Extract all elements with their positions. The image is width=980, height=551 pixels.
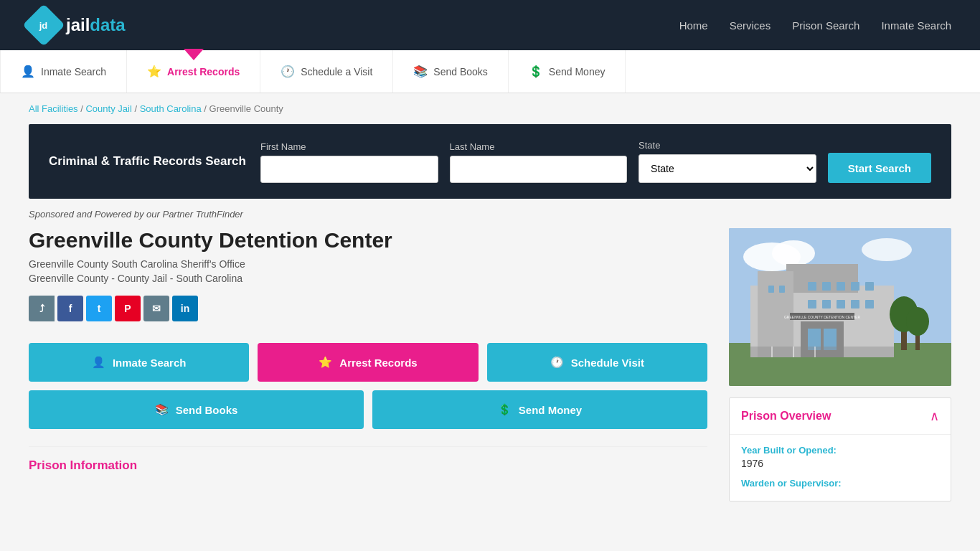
svg-rect-11: [822, 282, 831, 291]
logo[interactable]: jd jaildata: [29, 10, 126, 40]
state-label: State: [639, 140, 816, 151]
inmate-search-button[interactable]: 👤 Inmate Search: [29, 343, 249, 382]
send-books-label: Send Books: [176, 404, 238, 416]
schedule-btn-label: Schedule Visit: [571, 357, 644, 369]
breadcrumb-current: Greenville County: [209, 103, 283, 114]
svg-point-3: [862, 238, 912, 261]
subnav-books-label: Send Books: [433, 66, 488, 77]
last-name-input[interactable]: [450, 156, 628, 183]
subnav-arrest-label: Arrest Records: [167, 66, 240, 77]
money-icon: 💲: [529, 65, 543, 78]
prison-overview-header: Prison Overview ∧: [730, 398, 951, 435]
linkedin-button[interactable]: in: [172, 296, 198, 321]
arrest-records-icon: ⭐: [147, 65, 161, 78]
last-name-label: Last Name: [450, 141, 628, 152]
first-name-field: First Name: [260, 141, 438, 183]
logo-text: jaildata: [66, 15, 126, 35]
nav-inmate-search[interactable]: Inmate Search: [881, 19, 951, 32]
start-search-button[interactable]: Start Search: [828, 153, 931, 183]
facebook-button[interactable]: f: [57, 296, 83, 321]
collapse-icon[interactable]: ∧: [930, 408, 939, 424]
arrest-records-button[interactable]: ⭐ Arrest Records: [258, 343, 478, 382]
warden-label: Warden or Supervisor:: [741, 478, 939, 489]
top-nav-links: Home Services Prison Search Inmate Searc…: [679, 19, 951, 32]
schedule-icon: 🕐: [281, 65, 295, 78]
search-fields: First Name Last Name State State Alabama…: [260, 140, 931, 183]
facility-subtitle-2: Greenville County - County Jail - South …: [29, 273, 707, 284]
svg-rect-8: [768, 286, 774, 293]
inmate-search-btn-label: Inmate Search: [113, 357, 187, 369]
first-name-label: First Name: [260, 141, 438, 152]
inmate-search-icon: 👤: [21, 65, 35, 78]
svg-rect-12: [837, 282, 845, 291]
breadcrumb-all-facilities[interactable]: All Facilities: [29, 103, 78, 114]
main-content: Greenville County Detention Center Green…: [0, 228, 980, 530]
nav-prison-search[interactable]: Prison Search: [792, 19, 859, 32]
svg-point-2: [772, 240, 815, 266]
search-banner-title: Criminal & Traffic Records Search: [49, 153, 246, 170]
share-button[interactable]: ⤴: [29, 296, 55, 321]
prison-overview-title: Prison Overview: [741, 410, 831, 423]
books-icon: 📚: [413, 65, 428, 78]
svg-rect-18: [851, 300, 859, 309]
svg-rect-7: [758, 271, 793, 357]
subnav-schedule-label: Schedule a Visit: [301, 66, 372, 77]
svg-rect-10: [808, 282, 816, 291]
subnav-send-books[interactable]: 📚 Send Books: [393, 50, 509, 93]
twitter-button[interactable]: t: [86, 296, 112, 321]
left-column: Greenville County Detention Center Green…: [29, 228, 707, 501]
search-banner: Criminal & Traffic Records Search First …: [29, 124, 951, 199]
breadcrumb: All Facilities / County Jail / South Car…: [0, 93, 980, 124]
inmate-search-btn-icon: 👤: [92, 356, 105, 369]
prison-info-title: Prison Information: [29, 446, 707, 473]
breadcrumb-county-jail[interactable]: County Jail: [85, 103, 131, 114]
send-money-button[interactable]: 💲 Send Money: [372, 390, 707, 429]
subnav-schedule-visit[interactable]: 🕐 Schedule a Visit: [260, 50, 393, 93]
action-buttons-row2: 📚 Send Books 💲 Send Money: [29, 390, 707, 429]
email-button[interactable]: ✉: [143, 296, 169, 321]
send-books-icon: 📚: [155, 403, 169, 416]
top-navigation: jd jaildata Home Services Prison Search …: [0, 0, 980, 50]
svg-rect-16: [822, 300, 831, 309]
facility-subtitle-1: Greenville County South Carolina Sheriff…: [29, 258, 707, 270]
facility-title: Greenville County Detention Center: [29, 228, 707, 253]
arrest-records-btn-icon: ⭐: [319, 356, 332, 369]
svg-rect-9: [779, 286, 785, 293]
subnav-money-label: Send Money: [549, 66, 606, 77]
first-name-input[interactable]: [260, 156, 438, 183]
action-buttons-row1: 👤 Inmate Search ⭐ Arrest Records 🕐 Sched…: [29, 343, 707, 382]
subnav-inmate-label: Inmate Search: [41, 66, 106, 77]
facility-image: GREENVILLE COUNTY DETENTION CENTER: [729, 228, 951, 386]
send-money-icon: 💲: [498, 403, 512, 416]
social-share: ⤴ f t P ✉ in: [29, 296, 707, 321]
pinterest-button[interactable]: P: [115, 296, 141, 321]
nav-services[interactable]: Services: [730, 19, 771, 32]
state-select[interactable]: State AlabamaAlaskaArizonaArkansas Calif…: [639, 154, 816, 183]
send-books-button[interactable]: 📚 Send Books: [29, 390, 364, 429]
svg-rect-19: [865, 300, 874, 309]
svg-point-28: [906, 307, 929, 336]
subnav-arrest-records[interactable]: ⭐ Arrest Records: [127, 50, 260, 93]
schedule-btn-icon: 🕐: [550, 356, 564, 369]
logo-initials: jd: [39, 20, 48, 31]
subnav-inmate-search[interactable]: 👤 Inmate Search: [0, 50, 127, 93]
schedule-visit-button[interactable]: 🕐 Schedule Visit: [487, 343, 707, 382]
last-name-field: Last Name: [450, 141, 628, 183]
svg-rect-14: [865, 282, 874, 291]
facility-svg: GREENVILLE COUNTY DETENTION CENTER: [729, 228, 951, 386]
svg-rect-15: [808, 300, 816, 309]
logo-diamond: jd: [22, 4, 65, 46]
year-built-label: Year Built or Opened:: [741, 445, 939, 456]
svg-text:GREENVILLE COUNTY DETENTION CE: GREENVILLE COUNTY DETENTION CENTER: [784, 315, 860, 319]
send-money-label: Send Money: [519, 404, 582, 416]
arrest-records-btn-label: Arrest Records: [339, 357, 417, 369]
nav-home[interactable]: Home: [679, 19, 708, 32]
subnav-send-money[interactable]: 💲 Send Money: [509, 50, 626, 93]
svg-rect-13: [851, 282, 859, 291]
svg-rect-17: [837, 300, 845, 309]
breadcrumb-south-carolina[interactable]: South Carolina: [140, 103, 202, 114]
sub-navigation: 👤 Inmate Search ⭐ Arrest Records 🕐 Sched…: [0, 50, 980, 93]
sponsored-text: Sponsored and Powered by our Partner Tru…: [0, 204, 980, 228]
state-field: State State AlabamaAlaskaArizonaArkansas…: [639, 140, 816, 183]
year-built-value: 1976: [741, 458, 939, 469]
